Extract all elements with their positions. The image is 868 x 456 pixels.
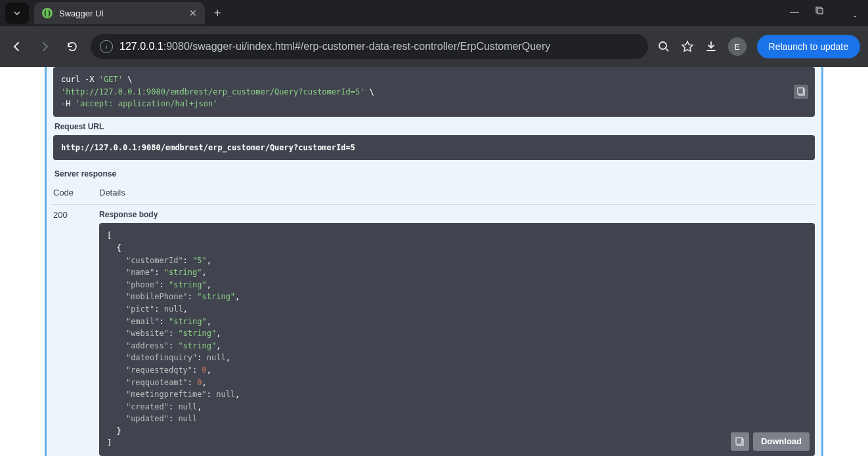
curl-text: \ xyxy=(123,75,132,84)
browser-toolbar: i 127.0.0.1:9080/swagger-ui/index.html#/… xyxy=(0,26,868,67)
curl-url: 'http://127.0.0.1:9080/emdbrest/erp_cust… xyxy=(61,87,364,96)
svg-point-2 xyxy=(659,42,666,49)
separator xyxy=(53,204,815,205)
response-body-label: Response body xyxy=(99,209,815,223)
reload-button[interactable] xyxy=(63,37,81,56)
request-url-label: Request URL xyxy=(53,117,815,135)
svg-rect-1 xyxy=(817,9,823,14)
reload-icon xyxy=(66,40,79,53)
clipboard-icon xyxy=(735,437,745,446)
response-row: 200 Response body [ { "customerId": "5",… xyxy=(53,209,815,456)
request-url-value: http://127.0.0.1:9080/emdbrest/erp_custo… xyxy=(53,135,815,161)
window-controls: — . xyxy=(788,7,863,20)
details-column-header: Details xyxy=(99,188,125,197)
forward-button[interactable] xyxy=(35,37,54,56)
download-response-button[interactable]: Download xyxy=(753,432,810,451)
response-body-box: [ { "customerId": "5", "name": "string",… xyxy=(99,223,815,456)
url-path: /swagger-ui/index.html#/erp-customer-dat… xyxy=(190,41,551,52)
back-button[interactable] xyxy=(8,37,26,56)
toolbar-right: E Relaunch to update xyxy=(657,35,860,58)
new-tab-button[interactable]: + xyxy=(210,7,225,20)
tab-title: Swagger UI xyxy=(59,9,104,18)
swagger-operation-panel: curl -X 'GET' \ 'http://127.0.0.1:9080/e… xyxy=(45,67,823,456)
url-bar[interactable]: i 127.0.0.1:9080/swagger-ui/index.html#/… xyxy=(91,34,648,59)
url-host: 127.0.0.1 xyxy=(119,41,163,52)
arrow-right-icon xyxy=(38,40,51,53)
swagger-favicon: { } xyxy=(42,8,53,18)
close-window-icon[interactable]: . xyxy=(848,7,861,20)
response-code: 200 xyxy=(53,209,99,456)
tab-bar: { } Swagger UI ✕ + — . xyxy=(0,0,868,26)
svg-rect-4 xyxy=(797,88,802,94)
curl-text: \ xyxy=(364,87,374,96)
svg-rect-6 xyxy=(736,438,742,444)
curl-method: 'GET' xyxy=(99,75,123,84)
curl-text: curl -X xyxy=(61,75,99,84)
curl-accept: 'accept: application/hal+json' xyxy=(76,99,218,108)
bookmark-icon[interactable] xyxy=(681,40,694,53)
url-text: 127.0.0.1:9080/swagger-ui/index.html#/er… xyxy=(119,41,550,52)
profile-avatar[interactable]: E xyxy=(728,37,747,56)
server-response-label: Server response xyxy=(53,160,815,184)
copy-curl-button[interactable] xyxy=(794,85,808,99)
site-info-icon[interactable]: i xyxy=(100,40,113,53)
browser-tab[interactable]: { } Swagger UI ✕ xyxy=(34,2,205,24)
chevron-down-icon xyxy=(13,9,21,17)
clipboard-icon xyxy=(797,87,806,96)
page-content: curl -X 'GET' \ 'http://127.0.0.1:9080/e… xyxy=(0,67,868,456)
arrow-left-icon xyxy=(11,40,24,53)
copy-response-button[interactable] xyxy=(731,432,749,451)
search-icon[interactable] xyxy=(657,40,670,53)
relaunch-button[interactable]: Relaunch to update xyxy=(757,35,860,58)
curl-text: -H xyxy=(61,99,76,108)
url-port: :9080 xyxy=(163,41,190,52)
response-table-header: Code Details xyxy=(53,184,815,204)
browser-chrome: { } Swagger UI ✕ + — . i 127.0.0.1:9080/… xyxy=(0,0,868,67)
download-icon[interactable] xyxy=(705,40,718,53)
curl-snippet: curl -X 'GET' \ 'http://127.0.0.1:9080/e… xyxy=(53,67,815,117)
response-body-json: [ { "customerId": "5", "name": "string",… xyxy=(107,230,807,449)
close-tab-icon[interactable]: ✕ xyxy=(189,8,197,18)
tab-search-button[interactable] xyxy=(5,3,29,24)
code-column-header: Code xyxy=(53,188,99,197)
minimize-icon[interactable]: — xyxy=(788,7,801,20)
maximize-icon[interactable] xyxy=(815,7,829,20)
